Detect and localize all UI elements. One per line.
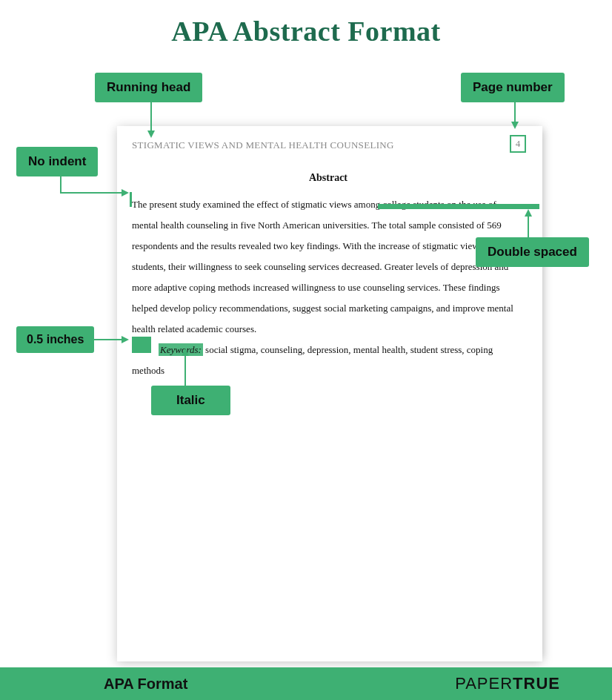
callout-italic: Italic: [151, 386, 230, 415]
callout-page-number: Page number: [461, 73, 565, 102]
callout-running-head: Running head: [95, 73, 202, 102]
abstract-block: The present study examined the effect of…: [132, 194, 525, 340]
keywords-block: Keywords: social stigma, counseling, dep…: [132, 340, 525, 381]
arrow-page-number: [510, 101, 525, 129]
brand-part1: PAPER: [455, 674, 513, 693]
callout-double-spaced: Double spaced: [476, 237, 589, 267]
abstract-body: The present study examined the effect of…: [132, 194, 525, 340]
page-number: 4: [516, 138, 521, 150]
no-indent-marker: [130, 192, 132, 207]
callout-half-inch: 0.5 inches: [16, 326, 94, 353]
footer-bar: APA Format PAPERTRUE: [0, 667, 612, 700]
running-head-text: STIGMATIC VIEWS AND MENTAL HEALTH COUNSE…: [132, 139, 525, 151]
abstract-heading: Abstract: [132, 172, 525, 184]
indent-marker: [132, 337, 151, 353]
page-number-box: 4: [510, 135, 526, 153]
keywords-label: Keywords:: [159, 343, 203, 356]
double-space-bar: [378, 204, 539, 209]
footer-label: APA Format: [104, 676, 187, 693]
keywords-line: Keywords: social stigma, counseling, dep…: [132, 340, 525, 381]
page-title: APA Abstract Format: [0, 0, 612, 47]
callout-no-indent: No indent: [16, 147, 98, 176]
brand-part2: TRUE: [513, 674, 560, 693]
brand-logo: PAPERTRUE: [455, 674, 560, 693]
